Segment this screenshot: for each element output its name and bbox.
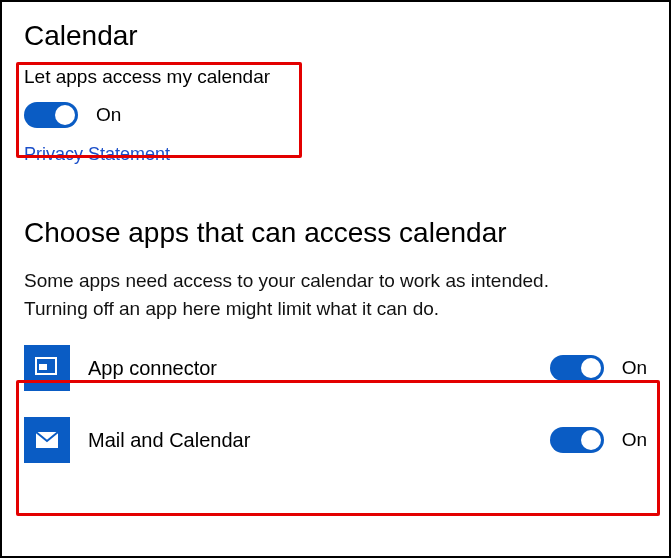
toggle-knob: [581, 430, 601, 450]
toggle-knob: [55, 105, 75, 125]
mail-calendar-toggle-state: On: [622, 429, 647, 451]
master-toggle[interactable]: [24, 102, 78, 128]
master-toggle-label: Let apps access my calendar: [24, 66, 647, 88]
app-list: App connector On Mail and Calendar: [24, 344, 647, 464]
section-heading: Choose apps that can access calendar: [24, 217, 647, 249]
privacy-statement-link[interactable]: Privacy Statement: [24, 144, 170, 165]
section-help-text: Some apps need access to your calendar t…: [24, 267, 594, 322]
master-toggle-section: Let apps access my calendar On: [24, 66, 647, 128]
app-connector-toggle[interactable]: [550, 355, 604, 381]
mail-calendar-toggle[interactable]: [550, 427, 604, 453]
app-row-mail-calendar: Mail and Calendar On: [24, 416, 647, 464]
svg-rect-1: [39, 364, 47, 370]
mail-calendar-icon: [24, 417, 70, 463]
app-name-label: Mail and Calendar: [88, 429, 532, 452]
app-connector-icon: [24, 345, 70, 391]
app-row-app-connector: App connector On: [24, 344, 647, 392]
master-toggle-state: On: [96, 104, 121, 126]
app-connector-toggle-state: On: [622, 357, 647, 379]
app-name-label: App connector: [88, 357, 532, 380]
page-title: Calendar: [24, 20, 647, 52]
toggle-knob: [581, 358, 601, 378]
